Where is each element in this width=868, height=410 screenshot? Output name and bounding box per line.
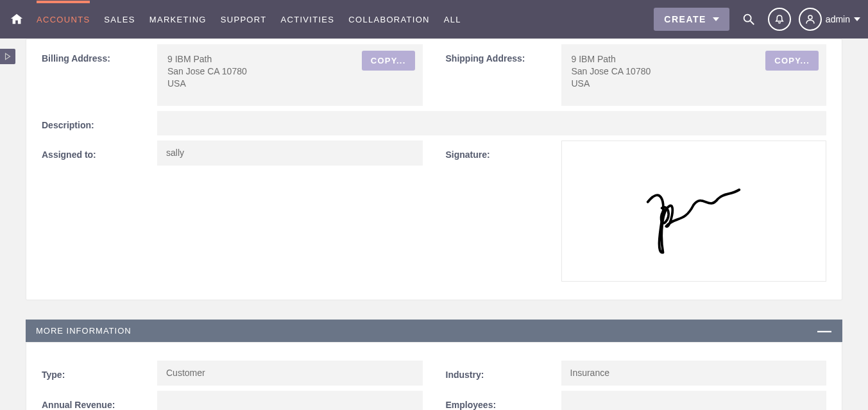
type-value[interactable]: Customer: [157, 361, 423, 386]
type-field: Type: Customer: [42, 361, 423, 386]
avatar-icon: [799, 8, 822, 31]
employees-field: Employees:: [446, 391, 827, 410]
billing-address-value[interactable]: 9 IBM Path San Jose CA 10780 USA COPY...: [157, 44, 423, 106]
employees-label: Employees:: [446, 391, 561, 410]
shipping-address-label: Shipping Address:: [446, 44, 561, 64]
svg-marker-3: [6, 53, 10, 59]
more-row-1: Type: Customer Industry: Insurance: [42, 355, 826, 386]
top-nav-bar: ACCOUNTS SALES MARKETING SUPPORT ACTIVIT…: [0, 0, 868, 38]
copy-shipping-button[interactable]: COPY...: [765, 51, 819, 71]
industry-field: Industry: Insurance: [446, 361, 827, 386]
nav-tab-collaboration[interactable]: COLLABORATION: [341, 15, 436, 24]
side-panel-toggle[interactable]: [0, 49, 15, 64]
assigned-to-field: Assigned to: sally: [42, 141, 423, 166]
nav-tab-support[interactable]: SUPPORT: [214, 15, 274, 24]
description-value[interactable]: [157, 111, 826, 135]
billing-address-label: Billing Address:: [42, 44, 157, 64]
nav-tab-accounts[interactable]: ACCOUNTS: [30, 15, 97, 24]
assigned-to-label: Assigned to:: [42, 141, 157, 160]
industry-value[interactable]: Insurance: [561, 361, 827, 386]
svg-point-0: [744, 15, 751, 22]
description-field: Description:: [42, 111, 826, 135]
search-icon[interactable]: [737, 8, 760, 31]
annual-revenue-field: Annual Revenue:: [42, 391, 423, 410]
addr-line: USA: [167, 78, 413, 90]
caret-down-icon: [854, 17, 860, 21]
page-content: Billing Address: 9 IBM Path San Jose CA …: [0, 38, 868, 300]
industry-label: Industry:: [446, 361, 561, 380]
description-label: Description:: [42, 111, 157, 130]
shipping-address-field: Shipping Address: 9 IBM Path San Jose CA…: [446, 44, 827, 106]
caret-down-icon: [713, 17, 719, 21]
shipping-address-value[interactable]: 9 IBM Path San Jose CA 10780 USA COPY...: [561, 44, 827, 106]
signature-image[interactable]: [561, 141, 827, 282]
address-row: Billing Address: 9 IBM Path San Jose CA …: [42, 39, 826, 106]
detail-card: Billing Address: 9 IBM Path San Jose CA …: [26, 38, 842, 300]
copy-billing-button[interactable]: COPY...: [362, 51, 415, 71]
signature-field: Signature:: [446, 141, 827, 282]
home-icon[interactable]: [8, 10, 26, 28]
nav-tab-activities[interactable]: ACTIVITIES: [273, 15, 341, 24]
create-button[interactable]: CREATE: [654, 8, 729, 31]
user-name-label: admin: [826, 14, 850, 24]
assigned-sig-row: Assigned to: sally Signature:: [42, 135, 826, 282]
billing-address-field: Billing Address: 9 IBM Path San Jose CA …: [42, 44, 423, 106]
nav-tab-all[interactable]: ALL: [437, 15, 468, 24]
main-nav: ACCOUNTS SALES MARKETING SUPPORT ACTIVIT…: [30, 15, 468, 24]
svg-line-1: [751, 21, 754, 25]
more-info-card: Type: Customer Industry: Insurance Annua…: [26, 342, 842, 410]
signature-label: Signature:: [446, 141, 561, 160]
assigned-to-value[interactable]: sally: [157, 141, 423, 166]
svg-point-2: [808, 15, 812, 19]
type-label: Type:: [42, 361, 157, 380]
create-button-label: CREATE: [664, 14, 706, 24]
signature-svg: [633, 160, 754, 262]
notifications-icon[interactable]: [768, 8, 791, 31]
addr-line: USA: [572, 78, 817, 90]
nav-tab-marketing[interactable]: MARKETING: [142, 15, 214, 24]
user-menu[interactable]: admin: [799, 8, 860, 31]
more-row-2: Annual Revenue: Employees:: [42, 386, 826, 410]
more-info-header[interactable]: MORE INFORMATION —: [26, 320, 842, 342]
nav-tab-sales[interactable]: SALES: [97, 15, 142, 24]
collapse-icon[interactable]: —: [817, 327, 832, 335]
header-tools: admin: [737, 8, 860, 31]
annual-revenue-label: Annual Revenue:: [42, 391, 157, 410]
employees-value[interactable]: [561, 391, 827, 410]
annual-revenue-value[interactable]: [157, 391, 423, 410]
more-info-title: MORE INFORMATION: [36, 326, 132, 336]
